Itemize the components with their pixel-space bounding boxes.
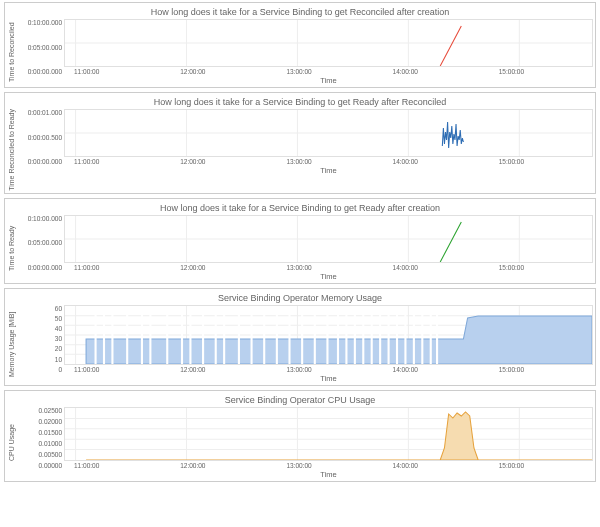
x-tick: 14:00:00 [393, 366, 418, 373]
y-ticks: 0:10:00.0000:05:00.0000:00:00.000 [16, 19, 62, 75]
x-tick: 14:00:00 [393, 264, 418, 271]
y-tick: 0.00500 [16, 451, 62, 458]
x-tick: 12:00:00 [180, 158, 205, 165]
y-tick: 0:10:00.000 [16, 215, 62, 222]
svg-rect-48 [337, 306, 339, 364]
svg-rect-34 [166, 306, 168, 364]
x-tick: 11:00:00 [74, 264, 99, 271]
svg-rect-35 [181, 306, 183, 364]
chart-panel-2: How long does it take for a Service Bind… [4, 198, 596, 284]
y-tick: 0:00:01.000 [16, 109, 62, 116]
svg-rect-31 [126, 306, 128, 364]
y-axis-label: Time to Reconciled [7, 19, 16, 85]
y-tick: 0.01500 [16, 429, 62, 436]
charts-container: How long does it take for a Service Bind… [0, 2, 600, 482]
y-ticks: 0:00:01.0000:00:00.5000:00:00.000 [16, 109, 62, 165]
y-tick: 0:00:00.500 [16, 134, 62, 141]
chart-panel-0: How long does it take for a Service Bind… [4, 2, 596, 88]
x-tick: 11:00:00 [74, 158, 99, 165]
x-tick: 11:00:00 [74, 366, 99, 373]
svg-rect-42 [263, 306, 265, 364]
svg-rect-44 [288, 306, 290, 364]
svg-rect-49 [345, 306, 347, 364]
y-ticks: 6050403020100 [16, 305, 62, 373]
x-axis-label: Time [64, 166, 593, 175]
y-tick: 30 [16, 335, 62, 342]
svg-rect-56 [404, 306, 406, 364]
svg-rect-58 [421, 306, 423, 364]
chart-panel-3: Service Binding Operator Memory UsageMem… [4, 288, 596, 386]
x-axis-label: Time [64, 272, 593, 281]
x-ticks: 11:00:0012:00:0013:00:0014:00:0015:00:00 [74, 68, 524, 75]
x-tick: 11:00:00 [74, 68, 99, 75]
svg-rect-40 [238, 306, 240, 364]
y-tick: 0:05:00.000 [16, 44, 62, 51]
x-ticks: 11:00:0012:00:0013:00:0014:00:0015:00:00 [74, 366, 524, 373]
y-tick: 0.02000 [16, 418, 62, 425]
y-tick: 40 [16, 325, 62, 332]
x-tick: 12:00:00 [180, 264, 205, 271]
y-axis-label: Time to Ready [7, 215, 16, 281]
y-tick: 0.02500 [16, 407, 62, 414]
svg-rect-33 [149, 306, 151, 364]
x-tick: 13:00:00 [286, 158, 311, 165]
chart-title: How long does it take for a Service Bind… [7, 203, 593, 213]
svg-rect-32 [141, 306, 143, 364]
x-tick: 15:00:00 [499, 462, 524, 469]
svg-rect-41 [251, 306, 253, 364]
x-tick: 12:00:00 [180, 462, 205, 469]
x-axis-label: Time [64, 470, 593, 479]
svg-rect-54 [388, 306, 390, 364]
y-axis-label: Memory Usage [MiB] [7, 305, 16, 383]
x-ticks: 11:00:0012:00:0013:00:0014:00:0015:00:00 [74, 462, 524, 469]
plot-area [64, 215, 593, 263]
x-tick: 13:00:00 [286, 462, 311, 469]
svg-rect-36 [189, 306, 191, 364]
y-tick: 0.00000 [16, 462, 62, 469]
y-ticks: 0:10:00.0000:05:00.0000:00:00.000 [16, 215, 62, 271]
svg-rect-50 [354, 306, 356, 364]
y-tick: 0:00:00.000 [16, 68, 62, 75]
y-tick: 0:00:00.000 [16, 158, 62, 165]
y-tick: 60 [16, 305, 62, 312]
x-tick: 15:00:00 [499, 264, 524, 271]
x-tick: 11:00:00 [74, 462, 99, 469]
svg-rect-43 [276, 306, 278, 364]
x-tick: 15:00:00 [499, 158, 524, 165]
y-tick: 0 [16, 366, 62, 373]
svg-rect-59 [430, 306, 432, 364]
chart-panel-4: Service Binding Operator CPU UsageCPU Us… [4, 390, 596, 482]
x-tick: 14:00:00 [393, 158, 418, 165]
x-tick: 13:00:00 [286, 264, 311, 271]
svg-rect-29 [103, 306, 105, 364]
plot-area [64, 19, 593, 67]
x-axis-label: Time [64, 374, 593, 383]
plot-area [64, 407, 593, 461]
x-tick: 14:00:00 [393, 462, 418, 469]
svg-rect-38 [215, 306, 217, 364]
x-tick: 14:00:00 [393, 68, 418, 75]
svg-rect-51 [362, 306, 364, 364]
chart-panel-1: How long does it take for a Service Bind… [4, 92, 596, 194]
plot-area [64, 109, 593, 157]
y-axis-label: Time Reconciled to Ready [7, 109, 16, 191]
svg-rect-60 [436, 306, 438, 364]
svg-rect-52 [371, 306, 373, 364]
chart-title: How long does it take for a Service Bind… [7, 97, 593, 107]
chart-title: Service Binding Operator Memory Usage [7, 293, 593, 303]
svg-rect-39 [223, 306, 225, 364]
chart-title: Service Binding Operator CPU Usage [7, 395, 593, 405]
y-tick: 0:00:00.000 [16, 264, 62, 271]
svg-rect-53 [379, 306, 381, 364]
svg-rect-57 [413, 306, 415, 364]
y-tick: 0:10:00.000 [16, 19, 62, 26]
y-tick: 10 [16, 356, 62, 363]
x-tick: 15:00:00 [499, 366, 524, 373]
y-tick: 0.01000 [16, 440, 62, 447]
x-ticks: 11:00:0012:00:0013:00:0014:00:0015:00:00 [74, 264, 524, 271]
y-axis-label: CPU Usage [7, 407, 16, 479]
x-tick: 15:00:00 [499, 68, 524, 75]
svg-rect-37 [202, 306, 204, 364]
svg-rect-28 [95, 306, 97, 364]
x-ticks: 11:00:0012:00:0013:00:0014:00:0015:00:00 [74, 158, 524, 165]
